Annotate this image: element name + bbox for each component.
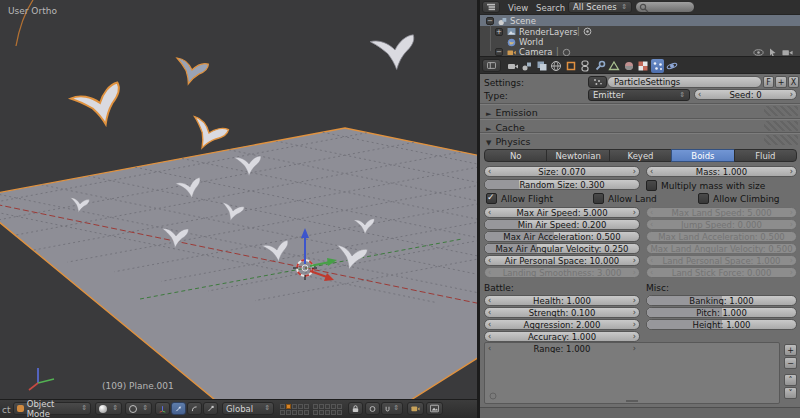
bird[interactable] (370, 35, 417, 72)
increment-icon[interactable]: › (633, 167, 636, 177)
layer-toggle[interactable] (292, 404, 297, 409)
tab-world[interactable] (550, 59, 563, 73)
layer-toggle[interactable] (331, 410, 336, 415)
translate-manipulator-button[interactable] (171, 402, 186, 415)
checkbox[interactable] (486, 193, 497, 204)
decrement-icon[interactable]: ‹ (488, 320, 491, 330)
increment-icon[interactable]: › (633, 208, 636, 218)
decrement-icon[interactable]: ‹ (488, 332, 491, 342)
strength-field[interactable]: ‹Strength: 0.100› (484, 307, 640, 318)
bird[interactable] (184, 114, 229, 154)
min-air-speed-slider[interactable]: Min Air Speed: 0.200 (484, 219, 640, 230)
allow-flight-checkbox-row[interactable]: Allow Flight (486, 193, 553, 204)
layer-toggle[interactable] (325, 410, 330, 415)
decrement-icon[interactable]: ‹ (488, 344, 491, 354)
unlink-datablock-button[interactable]: X (788, 76, 799, 88)
viewport-canvas[interactable] (0, 0, 477, 399)
increment-icon[interactable]: › (633, 256, 636, 266)
panel-grip[interactable] (764, 135, 798, 145)
layer-toggle[interactable] (304, 404, 309, 409)
outliner-menu-search[interactable]: Search (536, 3, 565, 13)
bird[interactable] (70, 82, 128, 131)
transform-orientation-dropdown[interactable]: Global ⇕ (222, 402, 274, 415)
layer-toggle[interactable] (286, 410, 291, 415)
expand-icon[interactable]: + (495, 28, 503, 36)
emission-panel-header[interactable]: ►Emission (486, 107, 538, 118)
clipped-menu-fragment[interactable]: ct (2, 405, 10, 415)
decrement-icon[interactable]: ‹ (488, 256, 491, 266)
layer-toggle[interactable] (292, 410, 297, 415)
outliner-display-dropdown[interactable]: All Scenes ⇕ (568, 1, 632, 13)
tab-physics[interactable] (666, 59, 679, 73)
tab-object[interactable] (564, 59, 577, 73)
layer-toggle[interactable] (313, 410, 318, 415)
tab-material[interactable] (622, 59, 635, 73)
increment-icon[interactable]: › (633, 320, 636, 330)
layer-toggle[interactable] (337, 404, 342, 409)
add-relation-button[interactable]: + (784, 344, 797, 356)
layer-toggle[interactable] (337, 410, 342, 415)
increment-icon[interactable]: › (633, 332, 636, 342)
layer-toggle[interactable] (280, 404, 285, 409)
manipulator-toggle-button[interactable] (155, 402, 170, 415)
air-personal-space-field[interactable]: ‹Air Personal Space: 10.000› (484, 255, 640, 266)
checkbox[interactable] (646, 180, 657, 191)
outliner-item-label[interactable]: Scene (510, 16, 536, 26)
remove-relation-button[interactable]: − (784, 357, 797, 369)
layer-toggle[interactable] (304, 410, 309, 415)
tab-particles[interactable] (651, 59, 664, 73)
banking-slider[interactable]: Banking: 1.000 (646, 295, 797, 306)
increment-icon[interactable]: › (790, 167, 793, 177)
outliner-row-world[interactable]: World (480, 37, 800, 47)
physics-panel-header[interactable]: ▼Physics (486, 136, 531, 147)
lock-to-scene-button[interactable] (348, 402, 363, 415)
health-field[interactable]: ‹Health: 1.000› (484, 295, 640, 306)
move-relation-up-button[interactable]: ˄ (784, 374, 797, 386)
browse-particle-settings-button[interactable] (588, 76, 607, 88)
max-air-angular-velocity-slider[interactable]: Max Air Angular Velocity: 0.250 (484, 243, 640, 254)
panel-grip[interactable] (764, 106, 798, 116)
scale-manipulator-button[interactable] (203, 402, 218, 415)
increment-icon[interactable]: › (790, 90, 793, 100)
layer-toggle[interactable] (298, 404, 303, 409)
editor-type-selector[interactable] (482, 1, 500, 13)
bird[interactable] (171, 56, 208, 88)
outliner-menu-view[interactable]: View (508, 3, 528, 13)
viewport-shading-dropdown[interactable]: ⇕ (95, 402, 122, 415)
tab-constraints[interactable] (579, 59, 592, 73)
tab-render[interactable] (506, 59, 519, 73)
increment-icon[interactable]: › (633, 296, 636, 306)
collapse-icon[interactable]: − (486, 17, 494, 25)
layer-toggle[interactable] (325, 404, 330, 409)
pivot-point-dropdown[interactable]: ⇕ (125, 402, 152, 415)
3d-viewport[interactable]: User Ortho (109) Plane.001 (0, 0, 477, 399)
allow-land-checkbox-row[interactable]: Allow Land (593, 193, 657, 204)
layer-toggle[interactable] (331, 404, 336, 409)
layer-toggle[interactable] (298, 410, 303, 415)
properties-editor-selector[interactable] (482, 59, 501, 72)
ground-plane[interactable] (0, 128, 477, 399)
render-opengl-button[interactable] (407, 402, 424, 415)
physics-type-keyed[interactable]: Keyed (609, 149, 672, 162)
particle-type-dropdown[interactable]: Emitter ⇕ (588, 89, 690, 101)
decrement-icon[interactable]: ‹ (488, 308, 491, 318)
tab-object-data[interactable] (608, 59, 621, 73)
physics-type-no[interactable]: No (484, 149, 547, 162)
proportional-edit-button[interactable] (365, 402, 380, 415)
checkbox[interactable] (593, 193, 604, 204)
tab-scene[interactable] (521, 59, 534, 73)
tab-modifiers[interactable] (593, 59, 606, 73)
outliner-row-scene[interactable]: − Scene (480, 16, 800, 26)
physics-type-newtonian[interactable]: Newtonian (546, 149, 609, 162)
layer-toggle[interactable] (286, 404, 291, 409)
mode-dropdown[interactable]: Object Mode ⇕ (13, 402, 91, 415)
pitch-slider[interactable]: Pitch: 1.000 (646, 307, 797, 318)
outliner-row-renderlayers[interactable]: + RenderLayers | (480, 27, 800, 37)
aggression-field[interactable]: ‹Aggression: 2.000› (484, 319, 640, 330)
multiply-mass-checkbox-row[interactable]: Multiply mass with size (646, 180, 765, 191)
collapse-icon[interactable]: − (495, 48, 503, 56)
increment-icon[interactable]: › (633, 344, 636, 354)
size-field[interactable]: ‹ Size: 0.070 › (484, 166, 640, 177)
random-size-slider[interactable]: Random Size: 0.300 (484, 179, 640, 190)
height-slider[interactable]: Height: 1.000 (646, 319, 797, 330)
